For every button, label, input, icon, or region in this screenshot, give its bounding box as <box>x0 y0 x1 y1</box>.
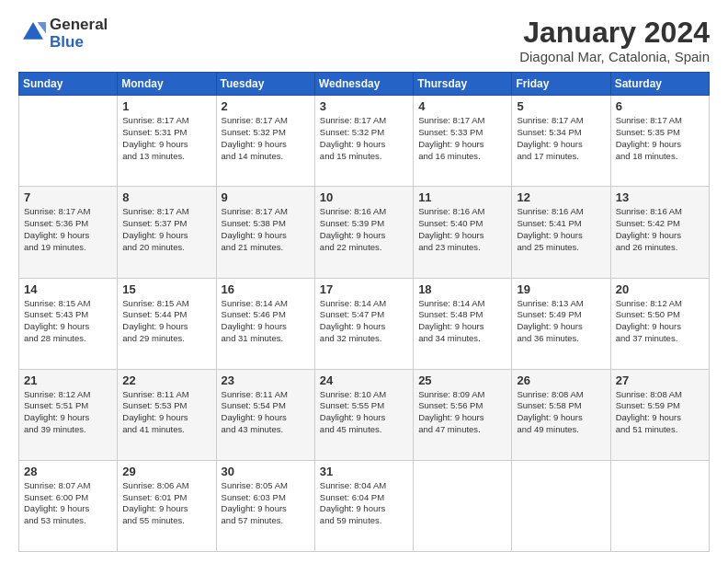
header: General Blue January 2024 Diagonal Mar, … <box>18 17 710 64</box>
calendar-cell: 25Sunrise: 8:09 AM Sunset: 5:56 PM Dayli… <box>414 369 512 460</box>
calendar-cell: 28Sunrise: 8:07 AM Sunset: 6:00 PM Dayli… <box>19 460 118 551</box>
calendar-cell <box>610 460 709 551</box>
day-info: Sunrise: 8:04 AM Sunset: 6:04 PM Dayligh… <box>320 480 408 527</box>
day-number: 26 <box>517 373 605 387</box>
logo: General Blue <box>18 17 108 51</box>
day-info: Sunrise: 8:16 AM Sunset: 5:40 PM Dayligh… <box>418 206 506 253</box>
day-info: Sunrise: 8:17 AM Sunset: 5:37 PM Dayligh… <box>122 206 210 253</box>
day-info: Sunrise: 8:09 AM Sunset: 5:56 PM Dayligh… <box>418 389 506 436</box>
day-number: 5 <box>517 99 605 113</box>
day-number: 17 <box>320 282 408 296</box>
calendar-cell: 20Sunrise: 8:12 AM Sunset: 5:50 PM Dayli… <box>610 278 709 369</box>
calendar-cell: 30Sunrise: 8:05 AM Sunset: 6:03 PM Dayli… <box>216 460 314 551</box>
day-number: 12 <box>517 190 605 204</box>
day-number: 16 <box>222 282 310 296</box>
day-info: Sunrise: 8:14 AM Sunset: 5:47 PM Dayligh… <box>320 298 408 345</box>
calendar-cell: 16Sunrise: 8:14 AM Sunset: 5:46 PM Dayli… <box>216 278 314 369</box>
calendar-cell: 1Sunrise: 8:17 AM Sunset: 5:31 PM Daylig… <box>118 96 216 187</box>
day-info: Sunrise: 8:17 AM Sunset: 5:38 PM Dayligh… <box>222 206 310 253</box>
calendar-cell: 26Sunrise: 8:08 AM Sunset: 5:58 PM Dayli… <box>512 369 610 460</box>
day-info: Sunrise: 8:15 AM Sunset: 5:43 PM Dayligh… <box>24 298 112 345</box>
day-header-saturday: Saturday <box>610 73 709 96</box>
title-block: January 2024 Diagonal Mar, Catalonia, Sp… <box>519 17 710 64</box>
day-number: 27 <box>616 373 704 387</box>
day-info: Sunrise: 8:17 AM Sunset: 5:32 PM Dayligh… <box>320 115 408 162</box>
calendar-table: SundayMondayTuesdayWednesdayThursdayFrid… <box>18 72 710 552</box>
calendar-cell: 17Sunrise: 8:14 AM Sunset: 5:47 PM Dayli… <box>314 278 413 369</box>
calendar-cell: 19Sunrise: 8:13 AM Sunset: 5:49 PM Dayli… <box>512 278 610 369</box>
day-number: 4 <box>418 99 506 113</box>
calendar-cell: 10Sunrise: 8:16 AM Sunset: 5:39 PM Dayli… <box>314 187 413 278</box>
day-number: 25 <box>418 373 506 387</box>
day-number: 20 <box>616 282 704 296</box>
day-header-thursday: Thursday <box>414 73 512 96</box>
day-number: 15 <box>122 282 210 296</box>
day-info: Sunrise: 8:11 AM Sunset: 5:53 PM Dayligh… <box>122 389 210 436</box>
calendar-cell <box>414 460 512 551</box>
day-info: Sunrise: 8:17 AM Sunset: 5:32 PM Dayligh… <box>222 115 310 162</box>
logo-icon <box>20 19 46 45</box>
calendar-cell <box>19 96 118 187</box>
day-info: Sunrise: 8:10 AM Sunset: 5:55 PM Dayligh… <box>320 389 408 436</box>
calendar-cell: 22Sunrise: 8:11 AM Sunset: 5:53 PM Dayli… <box>118 369 216 460</box>
day-number: 14 <box>24 282 112 296</box>
day-header-friday: Friday <box>512 73 610 96</box>
calendar-cell: 18Sunrise: 8:14 AM Sunset: 5:48 PM Dayli… <box>414 278 512 369</box>
day-number: 19 <box>517 282 605 296</box>
calendar-cell: 6Sunrise: 8:17 AM Sunset: 5:35 PM Daylig… <box>610 96 709 187</box>
calendar-cell: 8Sunrise: 8:17 AM Sunset: 5:37 PM Daylig… <box>118 187 216 278</box>
calendar-week-row: 1Sunrise: 8:17 AM Sunset: 5:31 PM Daylig… <box>19 96 710 187</box>
calendar-cell: 2Sunrise: 8:17 AM Sunset: 5:32 PM Daylig… <box>216 96 314 187</box>
calendar-cell: 13Sunrise: 8:16 AM Sunset: 5:42 PM Dayli… <box>610 187 709 278</box>
day-number: 9 <box>222 190 310 204</box>
logo-blue-text: Blue <box>50 34 108 52</box>
calendar-cell: 5Sunrise: 8:17 AM Sunset: 5:34 PM Daylig… <box>512 96 610 187</box>
day-number: 29 <box>122 465 210 478</box>
calendar-cell: 23Sunrise: 8:11 AM Sunset: 5:54 PM Dayli… <box>216 369 314 460</box>
calendar-cell: 3Sunrise: 8:17 AM Sunset: 5:32 PM Daylig… <box>314 96 413 187</box>
day-info: Sunrise: 8:17 AM Sunset: 5:34 PM Dayligh… <box>517 115 605 162</box>
day-header-wednesday: Wednesday <box>314 73 413 96</box>
day-info: Sunrise: 8:08 AM Sunset: 5:59 PM Dayligh… <box>616 389 704 436</box>
calendar-cell: 4Sunrise: 8:17 AM Sunset: 5:33 PM Daylig… <box>414 96 512 187</box>
calendar-week-row: 7Sunrise: 8:17 AM Sunset: 5:36 PM Daylig… <box>19 187 710 278</box>
day-info: Sunrise: 8:12 AM Sunset: 5:50 PM Dayligh… <box>616 298 704 345</box>
calendar-cell: 29Sunrise: 8:06 AM Sunset: 6:01 PM Dayli… <box>118 460 216 551</box>
day-number: 1 <box>122 99 210 113</box>
month-title: January 2024 <box>519 17 710 49</box>
day-info: Sunrise: 8:17 AM Sunset: 5:35 PM Dayligh… <box>616 115 704 162</box>
day-info: Sunrise: 8:12 AM Sunset: 5:51 PM Dayligh… <box>24 389 112 436</box>
day-info: Sunrise: 8:14 AM Sunset: 5:48 PM Dayligh… <box>418 298 506 345</box>
calendar-cell: 7Sunrise: 8:17 AM Sunset: 5:36 PM Daylig… <box>19 187 118 278</box>
day-info: Sunrise: 8:16 AM Sunset: 5:39 PM Dayligh… <box>320 206 408 253</box>
calendar-cell: 31Sunrise: 8:04 AM Sunset: 6:04 PM Dayli… <box>314 460 413 551</box>
day-info: Sunrise: 8:16 AM Sunset: 5:41 PM Dayligh… <box>517 206 605 253</box>
day-number: 24 <box>320 373 408 387</box>
day-number: 13 <box>616 190 704 204</box>
day-header-monday: Monday <box>118 73 216 96</box>
day-info: Sunrise: 8:11 AM Sunset: 5:54 PM Dayligh… <box>222 389 310 436</box>
calendar-cell: 9Sunrise: 8:17 AM Sunset: 5:38 PM Daylig… <box>216 187 314 278</box>
day-info: Sunrise: 8:16 AM Sunset: 5:42 PM Dayligh… <box>616 206 704 253</box>
day-number: 10 <box>320 190 408 204</box>
day-number: 28 <box>24 465 112 478</box>
day-number: 30 <box>222 465 310 478</box>
day-info: Sunrise: 8:08 AM Sunset: 5:58 PM Dayligh… <box>517 389 605 436</box>
day-info: Sunrise: 8:13 AM Sunset: 5:49 PM Dayligh… <box>517 298 605 345</box>
day-info: Sunrise: 8:17 AM Sunset: 5:33 PM Dayligh… <box>418 115 506 162</box>
day-number: 6 <box>616 99 704 113</box>
day-number: 8 <box>122 190 210 204</box>
day-info: Sunrise: 8:05 AM Sunset: 6:03 PM Dayligh… <box>222 480 310 527</box>
calendar-header-row: SundayMondayTuesdayWednesdayThursdayFrid… <box>19 73 710 96</box>
day-header-sunday: Sunday <box>19 73 118 96</box>
calendar-cell: 27Sunrise: 8:08 AM Sunset: 5:59 PM Dayli… <box>610 369 709 460</box>
calendar-week-row: 21Sunrise: 8:12 AM Sunset: 5:51 PM Dayli… <box>19 369 710 460</box>
calendar-cell: 12Sunrise: 8:16 AM Sunset: 5:41 PM Dayli… <box>512 187 610 278</box>
calendar-week-row: 28Sunrise: 8:07 AM Sunset: 6:00 PM Dayli… <box>19 460 710 551</box>
day-info: Sunrise: 8:06 AM Sunset: 6:01 PM Dayligh… <box>122 480 210 527</box>
day-number: 7 <box>24 190 112 204</box>
day-number: 2 <box>222 99 310 113</box>
day-info: Sunrise: 8:07 AM Sunset: 6:00 PM Dayligh… <box>24 480 112 527</box>
calendar-cell: 15Sunrise: 8:15 AM Sunset: 5:44 PM Dayli… <box>118 278 216 369</box>
day-info: Sunrise: 8:14 AM Sunset: 5:46 PM Dayligh… <box>222 298 310 345</box>
